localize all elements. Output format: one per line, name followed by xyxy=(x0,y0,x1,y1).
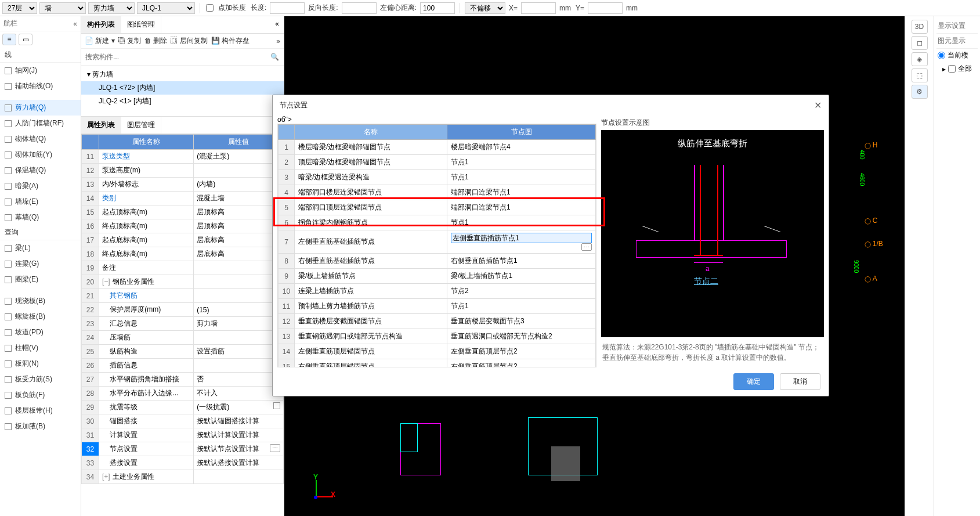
node-row-7[interactable]: 7左侧垂直筋基础插筋节点⋯ xyxy=(279,230,596,254)
ok-button[interactable]: 确定 xyxy=(733,373,774,390)
node-row-13[interactable]: 13垂直钢筋遇洞口或端部无节点构造垂直筋遇洞口或端部无节点构造2 xyxy=(279,329,596,344)
preview-title: 节点设置示意图 xyxy=(601,116,824,130)
dialog-overlay: 节点设置 ✕ об"> 名称 节点图 1楼层暗梁/边框梁端部锚固节点楼层暗梁端部… xyxy=(0,0,980,516)
node-row-3[interactable]: 3暗梁/边框梁遇连梁构造节点1 xyxy=(279,170,596,185)
node-row-5[interactable]: 5端部洞口顶层连梁锚固节点端部洞口连梁节点1 xyxy=(279,200,596,215)
preview-canvas: 纵筋伸至基底弯折 a 节点二 xyxy=(601,130,824,337)
node-row-6[interactable]: 6拐角连梁内侧钢筋节点节点1 xyxy=(279,215,596,230)
node-row-9[interactable]: 9梁/板上墙插筋节点梁/板上墙插筋节点1 xyxy=(279,269,596,284)
node-edit-input[interactable] xyxy=(451,233,592,243)
node-row-4[interactable]: 4端部洞口楼层连梁锚固节点端部洞口连梁节点1 xyxy=(279,185,596,200)
node-row-15[interactable]: 15右侧垂直筋顶层锚固节点右侧垂直筋顶层节点2 xyxy=(279,359,596,368)
node-row-2[interactable]: 2顶层暗梁/边框梁端部锚固节点节点1 xyxy=(279,155,596,170)
dialog-title-text: 节点设置 xyxy=(280,100,308,110)
node-row-10[interactable]: 10连梁上墙插筋节点节点2 xyxy=(279,284,596,299)
node-settings-dialog: 节点设置 ✕ об"> 名称 节点图 1楼层暗梁/边框梁端部锚固节点楼层暗梁端部… xyxy=(272,95,829,396)
preview-desc: 规范算法：来源22G101-3第2-8页的 "墙插筋在基础中锚固构造" 节点；垂… xyxy=(601,337,824,367)
dialog-close-btn[interactable]: ✕ xyxy=(814,100,822,111)
node-ellipsis-btn[interactable]: ⋯ xyxy=(581,243,592,251)
dim-a: a xyxy=(706,265,710,273)
cancel-button[interactable]: 取消 xyxy=(780,373,820,390)
node-row-1[interactable]: 1楼层暗梁/边框梁端部锚固节点楼层暗梁端部节点4 xyxy=(279,140,596,155)
node-row-8[interactable]: 8右侧垂直筋基础插筋节点右侧垂直筋插筋节点1 xyxy=(279,254,596,269)
diagram-title: 纵筋伸至基底弯折 xyxy=(601,138,824,149)
node-row-14[interactable]: 14左侧垂直筋顶层锚固节点左侧垂直筋顶层节点2 xyxy=(279,344,596,359)
node-table: 名称 节点图 1楼层暗梁/边框梁端部锚固节点楼层暗梁端部节点42顶层暗梁/边框梁… xyxy=(278,124,596,367)
diagram-node-label[interactable]: 节点二 xyxy=(694,276,718,287)
dlg-col-name: 名称 xyxy=(295,125,447,140)
node-row-11[interactable]: 11预制墙上剪力墙插筋节点节点1 xyxy=(279,299,596,314)
dlg-col-node: 节点图 xyxy=(447,125,596,140)
node-row-12[interactable]: 12垂直筋楼层变截面锚固节点垂直筋楼层变截面节点3 xyxy=(279,314,596,329)
